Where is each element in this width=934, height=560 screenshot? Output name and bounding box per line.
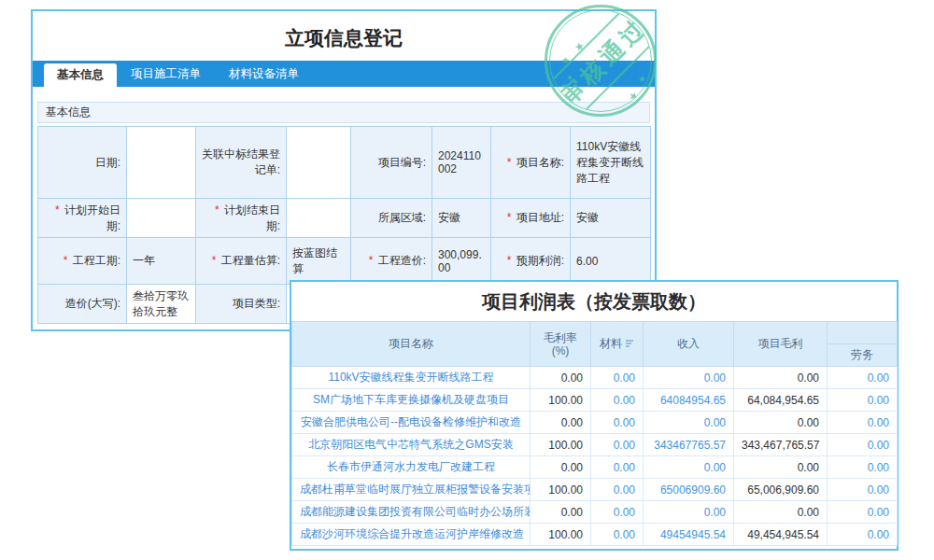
labor-value: 0.00 (828, 389, 898, 412)
col-header-group-empty (828, 322, 898, 344)
page-title: 立项信息登记 (33, 25, 655, 51)
field-value: 300,099.00 (432, 238, 491, 285)
tab-0[interactable]: 基本信息 (44, 63, 117, 87)
field-label: * 预期利润: (491, 238, 571, 285)
field-value: 按蓝图结算 (287, 238, 351, 285)
project-name-link[interactable]: 长春市伊通河水力发电厂改建工程 (292, 456, 531, 479)
income-value: 0.00 (644, 456, 734, 479)
project-name-link[interactable]: 成都沙河环境综合提升改造运河护岸维修改造 (292, 524, 531, 546)
field-value[interactable] (287, 127, 351, 199)
table-row: 北京朝阳区电气中芯特气系统之GMS安装100.000.00343467765.5… (292, 434, 898, 456)
project-name-link[interactable]: 安徽合肥供电公司--配电设备检修维护和改造 (292, 412, 531, 434)
profit-table: 项目名称 毛利率 (%) 材料 收入 项目毛利 劳务 110kV安徽线程集变开断… (291, 321, 898, 546)
sort-icon[interactable] (625, 338, 634, 351)
labor-value: 0.00 (828, 412, 898, 434)
table-row: 成都杜甫草堂临时展厅独立展柜报警设备安装项目100.000.0065006909… (292, 479, 898, 501)
gross-margin-value: 0.00 (531, 367, 591, 389)
project-name-link[interactable]: SM广场地下车库更换摄像机及硬盘项目 (292, 389, 531, 412)
material-value: 0.00 (591, 479, 644, 501)
project-name-link[interactable]: 北京朝阳区电气中芯特气系统之GMS安装 (292, 434, 531, 456)
col-header-gross-margin: 毛利率 (%) (531, 322, 591, 367)
profit-table-title: 项目利润表（按发票取数） (291, 282, 897, 321)
tab-1[interactable]: 项目施工清单 (117, 61, 215, 87)
field-value: 2024110002 (432, 127, 491, 199)
labor-value: 0.00 (828, 501, 898, 524)
project-gross-value: 65,006,909.60 (734, 479, 828, 501)
field-label: * 项目地址: (491, 199, 571, 238)
col-header-project-gross: 项目毛利 (734, 322, 828, 367)
project-gross-value: 49,454,945.54 (734, 524, 828, 546)
tab-bar: 基本信息项目施工清单材料设备清单 (33, 61, 655, 87)
col-header-material[interactable]: 材料 (591, 322, 644, 367)
field-value[interactable] (127, 127, 196, 199)
material-value: 0.00 (591, 389, 644, 412)
gross-margin-value: 0.00 (531, 412, 591, 434)
material-value: 0.00 (591, 434, 644, 456)
table-row: 成都能源建设集团投资有限公司临时办公场所装修改0.000.000.000.000… (292, 501, 898, 524)
income-value: 64084954.65 (644, 389, 734, 412)
field-label: 日期: (38, 127, 127, 199)
tab-2[interactable]: 材料设备清单 (215, 61, 313, 87)
labor-value: 0.00 (828, 456, 898, 479)
field-value: 安徽 (432, 199, 491, 238)
table-row: 长春市伊通河水力发电厂改建工程0.000.000.000.000.00 (292, 456, 898, 479)
material-value: 0.00 (591, 501, 644, 524)
project-gross-value: 64,084,954.65 (734, 389, 828, 412)
gross-margin-value: 0.00 (531, 501, 591, 524)
field-value: 一年 (127, 238, 196, 285)
project-gross-value: 343,467,765.57 (734, 434, 828, 456)
gross-margin-value: 100.00 (531, 479, 591, 501)
field-label: 所属区域: (351, 199, 432, 238)
income-value: 65006909.60 (644, 479, 734, 501)
gross-margin-value: 100.00 (531, 389, 591, 412)
field-label: * 项目名称: (491, 127, 571, 199)
project-name-link[interactable]: 成都能源建设集团投资有限公司临时办公场所装修改 (292, 501, 531, 524)
profit-panel: 项目利润表（按发票取数） 项目名称 毛利率 (%) 材料 收入 项目毛利 劳务 (290, 280, 899, 551)
project-gross-value: 0.00 (734, 412, 828, 434)
field-value[interactable] (127, 199, 196, 238)
table-row: 成都沙河环境综合提升改造运河护岸维修改造100.000.0049454945.5… (292, 524, 898, 546)
field-label: 造价(大写): (38, 285, 127, 324)
field-label: * 工程造价: (351, 238, 432, 285)
col-header-project-name: 项目名称 (292, 322, 531, 367)
required-mark: * (64, 254, 71, 267)
field-value: 110kV安徽线程集变开断线路工程 (571, 127, 651, 199)
section-header-basic-info: 基本信息 (37, 102, 650, 123)
field-label: * 工程工期: (38, 238, 127, 285)
required-mark: * (507, 254, 515, 267)
field-label: 项目类型: (196, 285, 287, 324)
labor-value: 0.00 (828, 434, 898, 456)
field-value[interactable]: 叁拾万零玖拾玖元整 (127, 285, 196, 324)
income-value: 0.00 (644, 501, 734, 524)
material-value: 0.00 (591, 367, 644, 389)
income-value: 343467765.57 (644, 434, 734, 456)
income-value: 49454945.54 (644, 524, 734, 546)
field-label: * 计划开始日期: (38, 199, 127, 238)
table-row: 110kV安徽线程集变开断线路工程0.000.000.000.000.00 (292, 367, 898, 389)
project-gross-value: 0.00 (734, 501, 828, 524)
field-value: 6.00 (571, 238, 651, 285)
gross-margin-value: 0.00 (531, 456, 591, 479)
gross-margin-value: 100.00 (531, 434, 591, 456)
project-name-link[interactable]: 成都杜甫草堂临时展厅独立展柜报警设备安装项目 (292, 479, 531, 501)
required-mark: * (212, 254, 219, 267)
gross-margin-value: 100.00 (531, 524, 591, 546)
income-value: 0.00 (644, 367, 734, 389)
required-mark: * (55, 203, 63, 217)
project-gross-value: 0.00 (734, 456, 828, 479)
required-mark: * (507, 211, 515, 224)
field-label: * 计划结束日期: (196, 199, 287, 238)
field-value: 安徽 (571, 199, 651, 238)
labor-value: 0.00 (828, 479, 898, 501)
project-name-link[interactable]: 110kV安徽线程集变开断线路工程 (292, 367, 531, 389)
project-gross-value: 0.00 (734, 367, 828, 389)
material-value: 0.00 (591, 524, 644, 546)
field-label: 关联中标结果登记单: (196, 127, 287, 199)
required-mark: * (369, 254, 376, 267)
material-value: 0.00 (591, 412, 644, 434)
income-value: 0.00 (644, 412, 734, 434)
field-value[interactable] (287, 199, 351, 238)
table-row: 安徽合肥供电公司--配电设备检修维护和改造0.000.000.000.000.0… (292, 412, 898, 434)
required-mark: * (507, 156, 515, 169)
field-label: * 工程量估算: (196, 238, 287, 285)
